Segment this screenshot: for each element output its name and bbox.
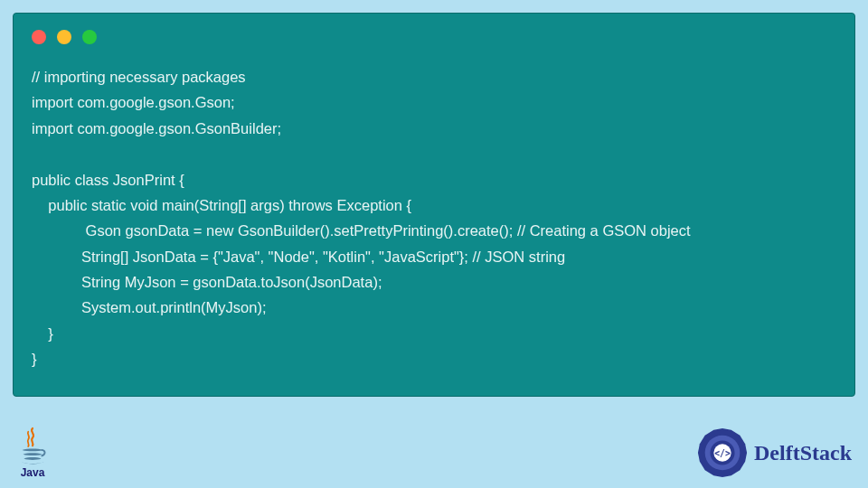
close-icon[interactable] [32,30,46,44]
svg-text:</>: </> [714,448,731,458]
window-titlebar [32,30,836,44]
code-block: // importing necessary packages import c… [32,64,836,372]
brand-logo: </> DelftStack [696,427,852,479]
footer: Java </> DelftStack [0,427,868,483]
java-label: Java [21,466,45,479]
code-window: // importing necessary packages import c… [13,13,855,397]
delftstack-gear-icon: </> [696,427,749,479]
java-cup-icon [16,427,49,468]
brand-label: DelftStack [754,441,852,465]
maximize-icon[interactable] [82,30,97,44]
java-logo: Java [16,427,49,479]
minimize-icon[interactable] [57,30,71,44]
